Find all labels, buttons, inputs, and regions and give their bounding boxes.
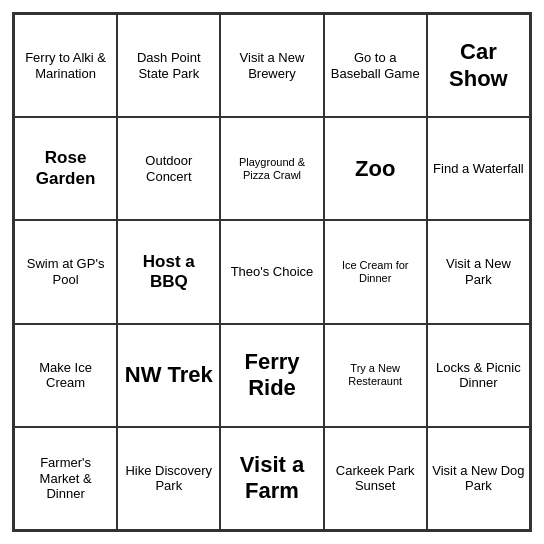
- cell-label-r3c2: Ferry Ride: [225, 349, 318, 402]
- bingo-board: Ferry to Alki & MarinationDash Point Sta…: [12, 12, 532, 532]
- cell-label-r2c1: Host a BBQ: [122, 252, 215, 293]
- bingo-cell-r3c1: NW Trek: [117, 324, 220, 427]
- cell-label-r4c4: Visit a New Dog Park: [432, 463, 525, 494]
- cell-label-r3c1: NW Trek: [125, 362, 213, 388]
- bingo-cell-r0c1: Dash Point State Park: [117, 14, 220, 117]
- bingo-cell-r2c3: Ice Cream for Dinner: [324, 220, 427, 323]
- cell-label-r1c0: Rose Garden: [19, 148, 112, 189]
- bingo-cell-r4c2: Visit a Farm: [220, 427, 323, 530]
- bingo-cell-r1c0: Rose Garden: [14, 117, 117, 220]
- bingo-cell-r3c3: Try a New Resteraunt: [324, 324, 427, 427]
- bingo-cell-r0c3: Go to a Baseball Game: [324, 14, 427, 117]
- bingo-cell-r4c4: Visit a New Dog Park: [427, 427, 530, 530]
- bingo-cell-r3c2: Ferry Ride: [220, 324, 323, 427]
- cell-label-r1c4: Find a Waterfall: [433, 161, 524, 177]
- bingo-cell-r1c4: Find a Waterfall: [427, 117, 530, 220]
- cell-label-r0c4: Car Show: [432, 39, 525, 92]
- bingo-cell-r2c4: Visit a New Park: [427, 220, 530, 323]
- bingo-cell-r2c1: Host a BBQ: [117, 220, 220, 323]
- cell-label-r4c2: Visit a Farm: [225, 452, 318, 505]
- cell-label-r2c4: Visit a New Park: [432, 256, 525, 287]
- cell-label-r0c3: Go to a Baseball Game: [329, 50, 422, 81]
- cell-label-r2c2: Theo's Choice: [231, 264, 314, 280]
- cell-label-r0c1: Dash Point State Park: [122, 50, 215, 81]
- cell-label-r3c0: Make Ice Cream: [19, 360, 112, 391]
- bingo-cell-r2c2: Theo's Choice: [220, 220, 323, 323]
- bingo-cell-r0c4: Car Show: [427, 14, 530, 117]
- cell-label-r2c0: Swim at GP's Pool: [19, 256, 112, 287]
- cell-label-r2c3: Ice Cream for Dinner: [329, 259, 422, 285]
- bingo-cell-r2c0: Swim at GP's Pool: [14, 220, 117, 323]
- cell-label-r1c3: Zoo: [355, 156, 395, 182]
- cell-label-r1c1: Outdoor Concert: [122, 153, 215, 184]
- bingo-cell-r0c0: Ferry to Alki & Marination: [14, 14, 117, 117]
- cell-label-r0c2: Visit a New Brewery: [225, 50, 318, 81]
- cell-label-r0c0: Ferry to Alki & Marination: [19, 50, 112, 81]
- bingo-cell-r1c3: Zoo: [324, 117, 427, 220]
- bingo-cell-r1c2: Playground & Pizza Crawl: [220, 117, 323, 220]
- cell-label-r4c1: Hike Discovery Park: [122, 463, 215, 494]
- bingo-cell-r3c0: Make Ice Cream: [14, 324, 117, 427]
- bingo-cell-r4c1: Hike Discovery Park: [117, 427, 220, 530]
- cell-label-r3c3: Try a New Resteraunt: [329, 362, 422, 388]
- bingo-cell-r3c4: Locks & Picnic Dinner: [427, 324, 530, 427]
- cell-label-r1c2: Playground & Pizza Crawl: [225, 156, 318, 182]
- bingo-cell-r4c3: Carkeek Park Sunset: [324, 427, 427, 530]
- bingo-cell-r4c0: Farmer's Market & Dinner: [14, 427, 117, 530]
- bingo-cell-r1c1: Outdoor Concert: [117, 117, 220, 220]
- cell-label-r3c4: Locks & Picnic Dinner: [432, 360, 525, 391]
- cell-label-r4c3: Carkeek Park Sunset: [329, 463, 422, 494]
- bingo-cell-r0c2: Visit a New Brewery: [220, 14, 323, 117]
- cell-label-r4c0: Farmer's Market & Dinner: [19, 455, 112, 502]
